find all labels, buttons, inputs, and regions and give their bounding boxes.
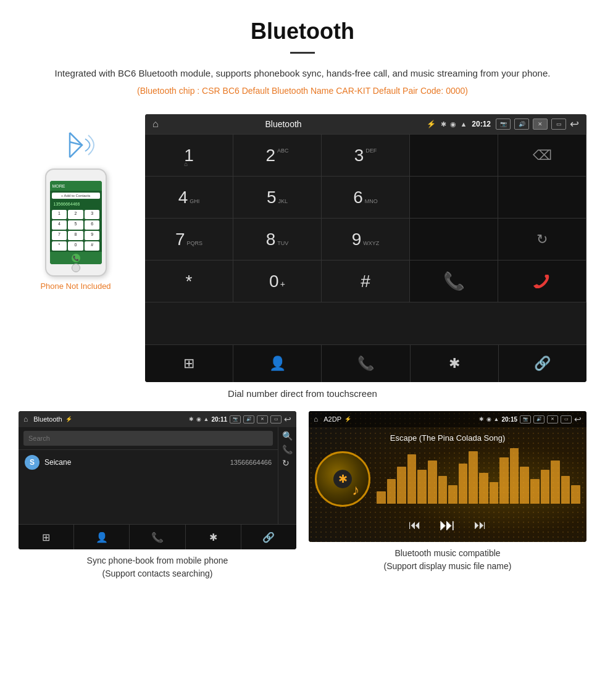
grid-icon[interactable]: ⊞ xyxy=(145,345,233,382)
title-divider xyxy=(290,52,315,54)
link-icon[interactable]: 🔗 xyxy=(499,345,586,382)
bluetooth-icon[interactable]: ✱ xyxy=(411,345,499,382)
pb-status-bar: ⌂ Bluetooth ⚡ ✱ ◉ ▲ 20:11 📷 🔊 ✕ ▭ ↩ xyxy=(19,411,296,427)
window-icon-box[interactable]: ▭ xyxy=(551,119,566,130)
main-section: MORE + Add to Contacts 13566664466 123 4… xyxy=(0,114,605,382)
pb-phone-icon[interactable]: 📞 xyxy=(130,525,185,549)
pb-search-input[interactable] xyxy=(23,431,273,446)
ms-vol-icon[interactable]: 🔊 xyxy=(533,415,544,423)
ms-equalizer xyxy=(377,454,580,504)
ms-back-icon[interactable]: ↩ xyxy=(574,414,582,424)
ms-title: A2DP xyxy=(323,415,341,423)
signal-icon: ▲ xyxy=(460,120,467,128)
dial-refresh[interactable]: ↻ xyxy=(498,219,586,260)
ms-status-bar: ⌂ A2DP ⚡ ✱ ◉ ▲ 20:15 📷 🔊 ✕ ▭ ↩ xyxy=(309,411,586,427)
dial-key-3[interactable]: 3 DEF xyxy=(322,135,410,177)
ms-song-title: Escape (The Pina Colada Song) xyxy=(309,427,586,448)
dial-screen: ⌂ Bluetooth ⚡ ✱ ◉ ▲ 20:12 📷 🔊 ✕ ▭ ↩ 1 xyxy=(145,114,586,382)
pb-title: Bluetooth xyxy=(33,415,62,423)
page-specs: (Bluetooth chip : CSR BC6 Default Blueto… xyxy=(37,86,568,96)
pb-contact-number: 13566664466 xyxy=(230,459,272,466)
music-content: ⌂ A2DP ⚡ ✱ ◉ ▲ 20:15 📷 🔊 ✕ ▭ ↩ xyxy=(309,411,586,542)
ms-win-icon[interactable]: ▭ xyxy=(561,415,572,423)
pb-list-area: S Seicane 13566664466 xyxy=(19,427,278,524)
pb-bt-bottom-icon[interactable]: ✱ xyxy=(186,525,241,549)
dial-caption: Dial number direct from touchscreen xyxy=(0,388,605,399)
pb-x-icon[interactable]: ✕ xyxy=(257,415,268,423)
ms-note-icon: ♪ xyxy=(352,481,359,499)
dial-key-2[interactable]: 2 ABC xyxy=(233,135,322,177)
pb-time: 20:11 xyxy=(211,416,227,423)
dial-key-0[interactable]: 0 + xyxy=(233,260,322,302)
phonebook-screen: ⌂ Bluetooth ⚡ ✱ ◉ ▲ 20:11 📷 🔊 ✕ ▭ ↩ xyxy=(19,411,296,549)
dial-backspace[interactable]: ⌫ xyxy=(498,135,586,177)
status-icons: ✱ ◉ ▲ xyxy=(441,120,467,128)
camera-icon-box[interactable]: 📷 xyxy=(496,119,511,130)
dial-end-call[interactable] xyxy=(498,260,586,302)
dial-call-green[interactable]: 📞 xyxy=(410,260,498,302)
close-icon-box[interactable]: ✕ xyxy=(533,119,548,130)
ms-sig-icon: ▲ xyxy=(494,416,499,422)
pb-win-icon[interactable]: ▭ xyxy=(270,415,282,423)
pb-contact-row: S Seicane 13566664466 xyxy=(19,449,278,475)
pb-status-icons: ✱ ◉ ▲ 20:11 📷 🔊 ✕ ▭ ↩ xyxy=(189,414,292,424)
music-caption: Bluetooth music compatible (Support disp… xyxy=(309,547,586,573)
ms-next-icon[interactable]: ⏭ xyxy=(474,518,486,532)
dial-key-1[interactable]: 1 ⌂ xyxy=(145,135,233,177)
dial-key-star[interactable]: * xyxy=(145,260,233,302)
bluetooth-status-icon: ✱ xyxy=(441,120,446,128)
pb-right-icons: 🔍 📞 ↻ xyxy=(278,427,296,524)
contacts-icon[interactable]: 👤 xyxy=(233,345,322,382)
pb-back-icon[interactable]: ↩ xyxy=(284,414,291,424)
bottom-screenshots: ⌂ Bluetooth ⚡ ✱ ◉ ▲ 20:11 📷 🔊 ✕ ▭ ↩ xyxy=(0,411,605,580)
page-description: Integrated with BC6 Bluetooth module, su… xyxy=(37,66,568,81)
ms-bt-icon: ✱ xyxy=(479,416,484,422)
phonebook-caption: Sync phone-book from mobile phone (Suppo… xyxy=(19,554,296,580)
dial-key-6[interactable]: 6 MNO xyxy=(322,177,410,219)
ms-x-icon[interactable]: ✕ xyxy=(547,415,558,423)
dial-grid: 1 ⌂ 2 ABC 3 DEF ⌫ 4 xyxy=(145,134,586,344)
ms-home-icon[interactable]: ⌂ xyxy=(314,415,318,423)
ms-usb-icon: ⚡ xyxy=(344,416,351,422)
music-block: ⌂ A2DP ⚡ ✱ ◉ ▲ 20:15 📷 🔊 ✕ ▭ ↩ xyxy=(309,411,586,580)
pb-contact-name: Seicane xyxy=(44,458,230,467)
pb-link-icon[interactable]: 🔗 xyxy=(241,525,296,549)
bluetooth-signal-icon xyxy=(51,127,101,164)
dial-key-5[interactable]: 5 JKL xyxy=(233,177,322,219)
pb-empty-space xyxy=(19,475,278,524)
ms-controls: ⏮ ⏭ ⏭ xyxy=(309,510,586,542)
pb-refresh-right-icon[interactable]: ↻ xyxy=(282,458,293,468)
dial-display-area xyxy=(410,135,498,177)
dial-key-7[interactable]: 7 PQRS xyxy=(145,219,233,260)
pb-grid-icon[interactable]: ⊞ xyxy=(19,525,74,549)
ms-time: 20:15 xyxy=(501,416,517,423)
dial-key-9[interactable]: 9 WXYZ xyxy=(322,219,410,260)
back-icon[interactable]: ↩ xyxy=(570,117,579,131)
dial-key-hash[interactable]: # xyxy=(322,260,410,302)
phone-image: MORE + Add to Contacts 13566664466 123 4… xyxy=(45,169,107,277)
dial-empty-1 xyxy=(410,177,498,219)
ms-main-area: ✱ ♪ xyxy=(309,448,586,510)
dial-status-bar: ⌂ Bluetooth ⚡ ✱ ◉ ▲ 20:12 📷 🔊 ✕ ▭ ↩ xyxy=(145,114,586,134)
dial-screen-title: Bluetooth xyxy=(145,119,422,129)
pb-home-icon[interactable]: ⌂ xyxy=(23,415,28,423)
dial-empty-2 xyxy=(498,177,586,219)
dial-key-8[interactable]: 8 TUV xyxy=(233,219,322,260)
pb-person-icon[interactable]: 👤 xyxy=(74,525,130,549)
volume-icon-box[interactable]: 🔊 xyxy=(514,119,529,130)
page-header: Bluetooth Integrated with BC6 Bluetooth … xyxy=(0,0,605,114)
phone-not-included-label: Phone Not Included xyxy=(40,281,111,291)
phone-icon[interactable]: 📞 xyxy=(322,345,410,382)
pb-loc-icon: ◉ xyxy=(196,416,201,422)
status-right-icons: 📷 🔊 ✕ ▭ ↩ xyxy=(496,117,579,131)
ms-prev-icon[interactable]: ⏮ xyxy=(409,518,421,532)
dial-key-4[interactable]: 4 GHI xyxy=(145,177,233,219)
pb-vol-icon[interactable]: 🔊 xyxy=(243,415,254,423)
pb-cam-icon[interactable]: 📷 xyxy=(230,415,241,423)
phonebook-block: ⌂ Bluetooth ⚡ ✱ ◉ ▲ 20:11 📷 🔊 ✕ ▭ ↩ xyxy=(19,411,296,580)
ms-cam-icon[interactable]: 📷 xyxy=(520,415,531,423)
pb-search-right-icon[interactable]: 🔍 xyxy=(282,431,293,441)
pb-phone-right-icon[interactable]: 📞 xyxy=(282,444,293,454)
ms-play-pause-icon[interactable]: ⏭ xyxy=(440,515,456,535)
status-time: 20:12 xyxy=(472,120,491,128)
